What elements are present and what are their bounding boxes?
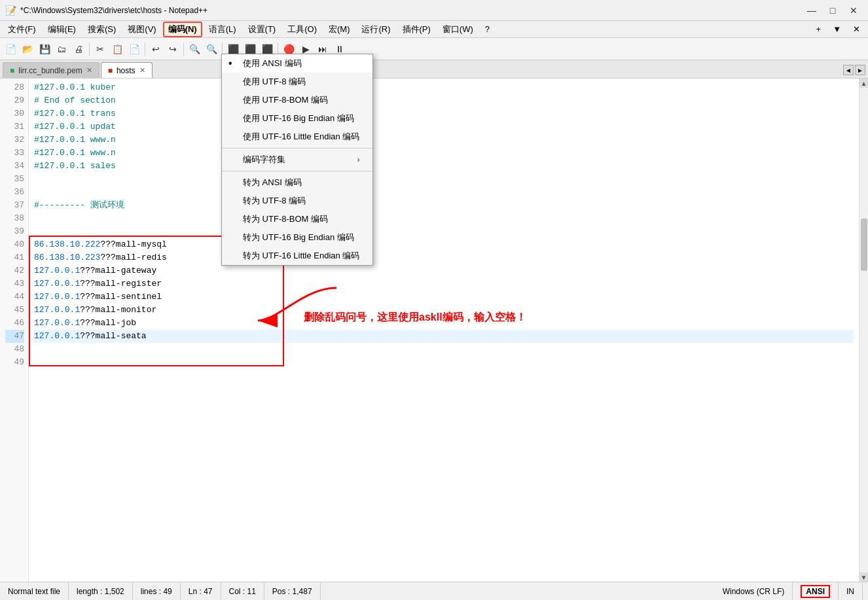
toolbar-paste[interactable]: 📄 — [126, 41, 142, 57]
scrollbar-thumb[interactable] — [861, 219, 867, 271]
menu-convert-utf8[interactable]: 转为 UTF-8 编码 — [222, 192, 372, 210]
status-lines: lines : 49 — [133, 582, 181, 600]
scrollbar-down[interactable]: ▼ — [859, 573, 869, 582]
toolbar-print[interactable]: 🖨 — [71, 41, 86, 57]
menu-use-utf16be-label: 使用 UTF-16 Big Endian 编码 — [243, 113, 354, 124]
maximize-button[interactable]: □ — [823, 4, 842, 17]
menu-more[interactable]: ▼ — [827, 23, 846, 35]
line-49 — [34, 356, 854, 369]
menu-use-ansi-label: 使用 ANSI 编码 — [243, 58, 302, 69]
menu-help[interactable]: ? — [480, 23, 495, 35]
status-ansi-badge: ANSI — [801, 585, 830, 598]
line-38 — [34, 212, 854, 225]
menu-use-utf8-label: 使用 UTF-8 编码 — [243, 76, 306, 88]
menu-plugins[interactable]: 插件(P) — [397, 22, 436, 37]
title-bar-controls: — □ ✕ — [803, 4, 863, 17]
line-37: #--------- 测试环境 — [34, 199, 854, 212]
menu-search[interactable]: 搜索(S) — [82, 22, 121, 37]
line-44: 127.0.0.1???mall-sentinel — [34, 291, 854, 304]
line-47: 127.0.0.1???mall-seata — [34, 330, 854, 343]
menu-convert-utf8-label: 转为 UTF-8 编码 — [243, 195, 306, 207]
menu-use-utf16le[interactable]: 使用 UTF-16 Little Endian 编码 — [222, 128, 372, 146]
menu-macro[interactable]: 宏(M) — [323, 22, 355, 37]
menu-convert-utf16be[interactable]: 转为 UTF-16 Big Endian 编码 — [222, 228, 372, 247]
menu-use-utf16be[interactable]: 使用 UTF-16 Big Endian 编码 — [222, 109, 372, 128]
toolbar-copy[interactable]: 📋 — [109, 41, 125, 57]
menu-settings[interactable]: 设置(T) — [243, 22, 281, 37]
toolbar-save[interactable]: 💾 — [37, 41, 52, 57]
line-45: 127.0.0.1???mall-monitor — [34, 304, 854, 317]
tab-lirr-close[interactable]: ✕ — [86, 66, 92, 75]
line-29: # End of section — [34, 94, 854, 107]
menu-use-ansi[interactable]: • 使用 ANSI 编码 — [222, 54, 372, 73]
toolbar-new[interactable]: 📄 — [3, 41, 18, 57]
tab-hosts-icon: ■ — [108, 66, 113, 75]
menu-view[interactable]: 视图(V) — [122, 22, 161, 37]
toolbar-replace[interactable]: 🔍 — [204, 41, 219, 57]
menu-close-all[interactable]: ✕ — [848, 23, 865, 35]
menu-sep2 — [222, 171, 372, 171]
editor-scrollbar: ▲ ▼ — [859, 79, 868, 582]
line-43: 127.0.0.1???mall-register — [34, 277, 854, 291]
toolbar-undo[interactable]: ↩ — [148, 41, 164, 57]
line-39 — [34, 225, 854, 238]
menu-tools[interactable]: 工具(O) — [282, 22, 322, 37]
line-30: #127.0.0.1 trans — [34, 107, 854, 120]
status-line-ending: Windows (CR LF) — [715, 582, 793, 600]
line-numbers: 28 29 30 31 32 33 34 35 36 37 38 39 40 4… — [0, 79, 29, 582]
editor-content[interactable]: #127.0.0.1 kuber # End of section #127.0… — [29, 79, 859, 582]
menu-convert-utf16be-label: 转为 UTF-16 Big Endian 编码 — [243, 232, 354, 243]
line-32: #127.0.0.1 www.n — [34, 133, 854, 147]
window-title: *C:\Windows\System32\drivers\etc\hosts -… — [20, 6, 208, 15]
tab-bar: ■ lirr.cc_bundle.pem ✕ ■ hosts ✕ ◄ ► — [0, 60, 868, 79]
tab-lirr-icon: ■ — [10, 66, 14, 75]
bullet-ansi: • — [228, 58, 232, 69]
menu-charset-arrow: › — [357, 155, 359, 164]
menu-convert-ansi-label: 转为 ANSI 编码 — [243, 177, 302, 188]
status-pos: Pos : 1,487 — [264, 582, 321, 600]
toolbar-cut[interactable]: ✂ — [92, 41, 108, 57]
menu-use-utf16le-label: 使用 UTF-16 Little Endian 编码 — [243, 131, 359, 143]
tab-scrollbar: ◄ ► — [843, 65, 865, 78]
title-bar-left: 📝 *C:\Windows\System32\drivers\etc\hosts… — [5, 5, 208, 16]
menu-file[interactable]: 文件(F) — [3, 22, 41, 37]
minimize-button[interactable]: — — [803, 4, 821, 17]
app-icon: 📝 — [5, 5, 16, 16]
menu-new-tab[interactable]: + — [811, 23, 827, 35]
menu-run[interactable]: 运行(R) — [356, 22, 395, 37]
line-28: #127.0.0.1 kuber — [34, 81, 854, 94]
line-48 — [34, 343, 854, 356]
line-40: 86.138.10.222???mall-mysql — [34, 238, 854, 251]
line-46: 127.0.0.1???mall-job — [34, 317, 854, 330]
tab-scroll-left[interactable]: ◄ — [843, 65, 854, 75]
toolbar-save-all[interactable]: 🗂 — [54, 41, 69, 57]
tab-lirr[interactable]: ■ lirr.cc_bundle.pem ✕ — [3, 62, 99, 78]
menu-convert-ansi[interactable]: 转为 ANSI 编码 — [222, 173, 372, 192]
close-button[interactable]: ✕ — [844, 4, 863, 17]
toolbar-redo[interactable]: ↪ — [165, 41, 181, 57]
encoding-context-menu: • 使用 ANSI 编码 使用 UTF-8 编码 使用 UTF-8-BOM 编码… — [221, 54, 373, 266]
menu-edit[interactable]: 编辑(E) — [43, 22, 81, 37]
menu-use-utf8bom[interactable]: 使用 UTF-8-BOM 编码 — [222, 91, 372, 109]
toolbar-open[interactable]: 📂 — [20, 41, 35, 57]
tab-hosts-close[interactable]: ✕ — [139, 66, 145, 75]
tab-hosts[interactable]: ■ hosts ✕ — [101, 62, 153, 78]
menu-convert-utf16le[interactable]: 转为 UTF-16 Little Endian 编码 — [222, 247, 372, 265]
toolbar-sep3 — [183, 43, 184, 56]
toolbar-find[interactable]: 🔍 — [187, 41, 202, 57]
tab-hosts-label: hosts — [117, 66, 136, 75]
tab-scroll-right[interactable]: ► — [855, 65, 865, 75]
menu-window[interactable]: 窗口(W) — [437, 22, 479, 37]
menu-use-utf8[interactable]: 使用 UTF-8 编码 — [222, 73, 372, 91]
menu-convert-utf16le-label: 转为 UTF-16 Little Endian 编码 — [243, 250, 359, 262]
menu-charset-label: 编码字符集 — [243, 154, 285, 166]
menu-charset[interactable]: 编码字符集 › — [222, 150, 372, 169]
menu-language[interactable]: 语言(L) — [204, 22, 242, 37]
menu-use-utf8bom-label: 使用 UTF-8-BOM 编码 — [243, 94, 328, 106]
scrollbar-up[interactable]: ▲ — [859, 79, 869, 88]
menu-encoding[interactable]: 编码(N) — [163, 22, 202, 37]
menu-convert-utf8bom[interactable]: 转为 UTF-8-BOM 编码 — [222, 210, 372, 228]
tab-lirr-label: lirr.cc_bundle.pem — [18, 66, 82, 75]
status-ln: Ln : 47 — [181, 582, 221, 600]
menu-convert-utf8bom-label: 转为 UTF-8-BOM 编码 — [243, 213, 328, 225]
